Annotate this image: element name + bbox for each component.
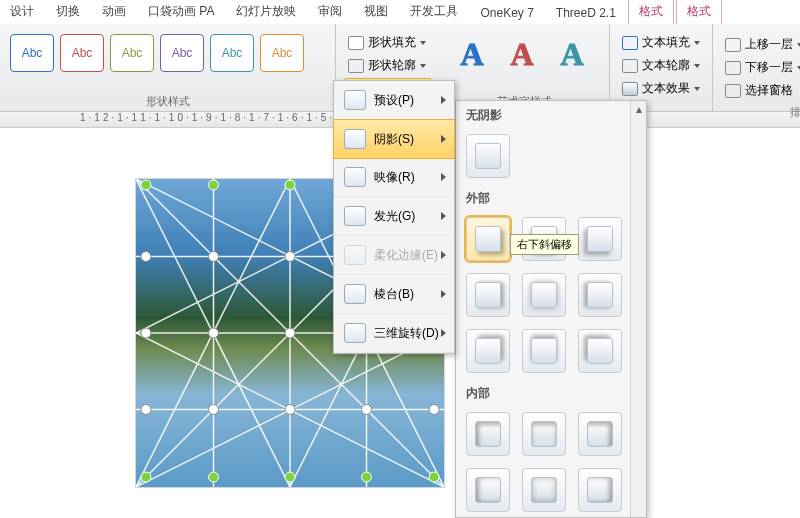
shape-fill-label: 形状填充	[368, 34, 416, 51]
tab-format-1[interactable]: 格式	[628, 0, 674, 24]
gallery-scrollbar[interactable]: ▴	[630, 101, 646, 517]
shadow-icon	[344, 129, 366, 149]
group-text-fx: 文本填充 文本轮廓 文本效果	[610, 24, 713, 111]
chevron-right-icon	[441, 135, 446, 143]
glow-icon	[344, 206, 366, 226]
shadow-inner-4[interactable]	[466, 468, 510, 512]
shadow-inner-1[interactable]	[466, 412, 510, 456]
shadow-inner-3[interactable]	[578, 412, 622, 456]
menu-shadow-label: 阴影(S)	[374, 131, 414, 148]
menu-shadow[interactable]: 阴影(S)	[333, 119, 455, 159]
shadow-outer-7[interactable]	[466, 329, 510, 373]
shape-style-1[interactable]: Abc	[10, 34, 54, 72]
shadow-outer-8[interactable]	[522, 329, 566, 373]
menu-3drotation[interactable]: 三维旋转(D)	[334, 314, 454, 353]
text-outline-button[interactable]: 文本轮廓	[618, 55, 704, 76]
chevron-right-icon	[441, 251, 446, 259]
selection-pane-button[interactable]: 选择窗格	[721, 80, 800, 101]
wordart-style-3[interactable]: A	[550, 32, 594, 76]
tab-onekey[interactable]: OneKey 7	[470, 2, 543, 24]
menu-preset-label: 预设(P)	[374, 92, 414, 109]
shadow-outer-1[interactable]	[466, 217, 510, 261]
text-fill-label: 文本填充	[642, 34, 690, 51]
text-fill-button[interactable]: 文本填充	[618, 32, 704, 53]
shape-outline-button[interactable]: 形状轮廓	[344, 55, 432, 76]
shadow-outer-9[interactable]	[578, 329, 622, 373]
bring-forward-label: 上移一层	[745, 36, 793, 53]
chevron-right-icon	[441, 96, 446, 104]
tab-threed[interactable]: ThreeD 2.1	[546, 2, 626, 24]
svg-point-36	[141, 472, 151, 482]
tab-transition[interactable]: 切换	[46, 0, 90, 24]
menu-bevel[interactable]: 棱台(B)	[334, 275, 454, 314]
tab-slideshow[interactable]: 幻灯片放映	[226, 0, 306, 24]
shadow-gallery[interactable]: ▴ 无阴影 外部 内部	[455, 100, 647, 518]
shape-style-gallery[interactable]: Abc Abc Abc Abc Abc Abc	[6, 28, 308, 78]
group-shape-style: Abc Abc Abc Abc Abc Abc 形状样式	[0, 24, 336, 111]
group-arrange: 上移一层 下移一层 选择窗格 对齐 组合 旋转 排列	[713, 24, 800, 111]
bring-forward-button[interactable]: 上移一层	[721, 34, 800, 55]
chevron-down-icon	[694, 87, 700, 91]
preset-icon	[344, 90, 366, 110]
shadow-outer-5[interactable]	[522, 273, 566, 317]
svg-point-33	[285, 405, 295, 415]
group-wordart: A A A 艺术字样式	[440, 24, 610, 111]
svg-point-34	[362, 405, 372, 415]
scroll-up-icon[interactable]: ▴	[631, 101, 646, 117]
menu-reflection-label: 映像(R)	[374, 169, 415, 186]
text-effects-label: 文本效果	[642, 80, 690, 97]
svg-point-27	[209, 328, 219, 338]
selection-pane-label: 选择窗格	[745, 82, 793, 99]
chevron-down-icon	[420, 64, 426, 68]
chevron-right-icon	[441, 329, 446, 337]
shape-fill-button[interactable]: 形状填充	[344, 32, 432, 53]
shadow-inner-6[interactable]	[578, 468, 622, 512]
tab-animation[interactable]: 动画	[92, 0, 136, 24]
wordart-style-1[interactable]: A	[450, 32, 494, 76]
shadow-outer-6[interactable]	[578, 273, 622, 317]
svg-point-23	[285, 252, 295, 262]
chevron-right-icon	[441, 173, 446, 181]
shadow-none[interactable]	[466, 134, 510, 178]
shape-style-5[interactable]: Abc	[210, 34, 254, 72]
menu-softedge-label: 柔化边缘(E)	[374, 247, 438, 264]
svg-point-22	[209, 252, 219, 262]
selection-pane-icon	[725, 84, 741, 98]
menu-reflection[interactable]: 映像(R)	[334, 158, 454, 197]
tooltip: 右下斜偏移	[510, 234, 579, 255]
send-backward-icon	[725, 61, 741, 75]
svg-point-18	[285, 180, 295, 190]
tab-review[interactable]: 审阅	[308, 0, 352, 24]
shape-outline-label: 形状轮廓	[368, 57, 416, 74]
tab-view[interactable]: 视图	[354, 0, 398, 24]
text-outline-label: 文本轮廓	[642, 57, 690, 74]
menu-softedge: 柔化边缘(E)	[334, 236, 454, 275]
softedge-icon	[344, 245, 366, 265]
tab-design[interactable]: 设计	[0, 0, 44, 24]
svg-point-28	[285, 328, 295, 338]
chevron-right-icon	[441, 212, 446, 220]
wordart-style-2[interactable]: A	[500, 32, 544, 76]
shape-style-4[interactable]: Abc	[160, 34, 204, 72]
menu-glow-label: 发光(G)	[374, 208, 415, 225]
svg-point-21	[141, 252, 151, 262]
shape-style-2[interactable]: Abc	[60, 34, 104, 72]
send-backward-button[interactable]: 下移一层	[721, 57, 800, 78]
shadow-inner-5[interactable]	[522, 468, 566, 512]
tab-pocket-anim[interactable]: 口袋动画 PA	[138, 0, 224, 24]
text-effects-button[interactable]: 文本效果	[618, 78, 704, 99]
shadow-inner-2[interactable]	[522, 412, 566, 456]
shape-style-3[interactable]: Abc	[110, 34, 154, 72]
shape-style-6[interactable]: Abc	[260, 34, 304, 72]
menu-3drotation-label: 三维旋转(D)	[374, 325, 439, 342]
shadow-outer-4[interactable]	[466, 273, 510, 317]
chevron-right-icon	[441, 290, 446, 298]
menu-preset[interactable]: 预设(P)	[334, 81, 454, 120]
pen-icon	[348, 59, 364, 73]
svg-point-38	[285, 472, 295, 482]
tab-format-2[interactable]: 格式	[676, 0, 722, 24]
tab-dev[interactable]: 开发工具	[400, 0, 468, 24]
menu-glow[interactable]: 发光(G)	[334, 197, 454, 236]
shadow-outer-3[interactable]	[578, 217, 622, 261]
group-shape-style-label: 形状样式	[6, 92, 329, 109]
